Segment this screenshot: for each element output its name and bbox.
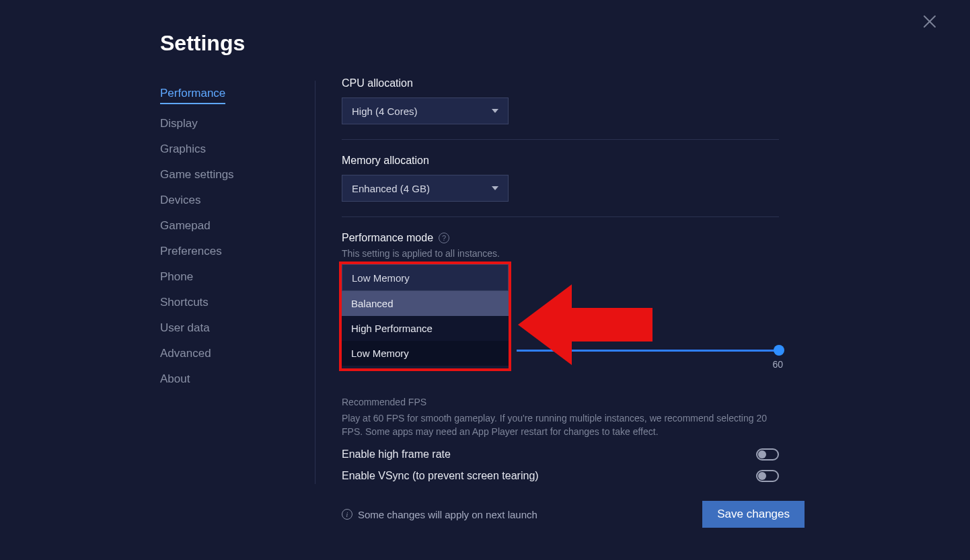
divider	[342, 216, 779, 217]
toggle-vsync[interactable]	[756, 470, 779, 482]
sidebar-item-devices[interactable]: Devices	[160, 188, 295, 213]
sidebar-item-performance[interactable]: Performance	[160, 81, 225, 104]
sidebar-item-user-data[interactable]: User data	[160, 315, 295, 341]
performance-mode-label: Performance mode ?	[342, 232, 779, 244]
close-button[interactable]	[922, 13, 938, 30]
performance-mode-section: Performance mode ? This setting is appli…	[342, 232, 779, 366]
save-button[interactable]: Save changes	[702, 501, 805, 528]
page-title: Settings	[160, 31, 245, 56]
footer: i Some changes will apply on next launch…	[342, 501, 805, 528]
info-icon: i	[342, 509, 352, 520]
footer-note-text: Some changes will apply on next launch	[358, 509, 537, 520]
toggle-high-frame-rate[interactable]	[756, 448, 779, 461]
fps-slider-thumb[interactable]	[774, 345, 784, 356]
sidebar-item-graphics[interactable]: Graphics	[160, 136, 295, 162]
sidebar-item-advanced[interactable]: Advanced	[160, 341, 295, 366]
sidebar-item-about[interactable]: About	[160, 366, 295, 392]
memory-select[interactable]: Enhanced (4 GB)	[342, 175, 509, 202]
divider	[342, 139, 779, 140]
sidebar-item-game-settings[interactable]: Game settings	[160, 162, 295, 188]
fps-info-text: Play at 60 FPS for smooth gameplay. If y…	[342, 411, 772, 439]
cpu-select-value: High (4 Cores)	[352, 106, 418, 117]
fps-slider-max: 60	[772, 359, 783, 370]
sidebar-item-display[interactable]: Display	[160, 111, 295, 136]
toggle-vsync-row: Enable VSync (to prevent screen tearing)	[342, 470, 779, 482]
memory-label: Memory allocation	[342, 155, 779, 167]
fps-slider-wrap: 60	[342, 350, 779, 352]
fps-info: Recommended FPS Play at 60 FPS for smoot…	[342, 397, 779, 439]
close-icon	[922, 13, 938, 30]
cpu-select[interactable]: High (4 Cores)	[342, 97, 509, 124]
performance-mode-options: Balanced High Performance Low Memory	[342, 291, 509, 366]
cpu-label: CPU allocation	[342, 77, 779, 89]
vertical-divider	[315, 81, 315, 484]
footer-note: i Some changes will apply on next launch	[342, 509, 537, 520]
performance-mode-option-high[interactable]: High Performance	[342, 316, 509, 341]
sidebar-item-phone[interactable]: Phone	[160, 264, 295, 290]
memory-select-value: Enhanced (4 GB)	[352, 183, 430, 194]
toggle-high-frame-rate-row: Enable high frame rate	[342, 448, 779, 461]
caret-down-icon	[492, 186, 498, 190]
sidebar-item-preferences[interactable]: Preferences	[160, 239, 295, 264]
cpu-section: CPU allocation High (4 Cores)	[342, 77, 779, 124]
toggle-vsync-label: Enable VSync (to prevent screen tearing)	[342, 470, 539, 482]
performance-mode-label-text: Performance mode	[342, 232, 433, 244]
performance-mode-select[interactable]: Low Memory	[342, 264, 509, 291]
sidebar-item-shortcuts[interactable]: Shortcuts	[160, 290, 295, 315]
fps-slider[interactable]: 60	[517, 350, 779, 352]
sidebar: Performance Display Graphics Game settin…	[160, 81, 295, 392]
performance-mode-hint: This setting is applied to all instances…	[342, 248, 779, 259]
toggle-high-frame-rate-label: Enable high frame rate	[342, 448, 451, 461]
sidebar-item-gamepad[interactable]: Gamepad	[160, 213, 295, 239]
content-panel: CPU allocation High (4 Cores) Memory all…	[342, 77, 779, 482]
fps-info-title: Recommended FPS	[342, 397, 779, 407]
memory-section: Memory allocation Enhanced (4 GB)	[342, 155, 779, 202]
performance-mode-option-low[interactable]: Low Memory	[342, 341, 509, 366]
help-icon[interactable]: ?	[439, 233, 449, 243]
performance-mode-option-balanced[interactable]: Balanced	[342, 291, 509, 316]
performance-mode-value: Low Memory	[352, 272, 410, 284]
caret-down-icon	[492, 109, 498, 113]
